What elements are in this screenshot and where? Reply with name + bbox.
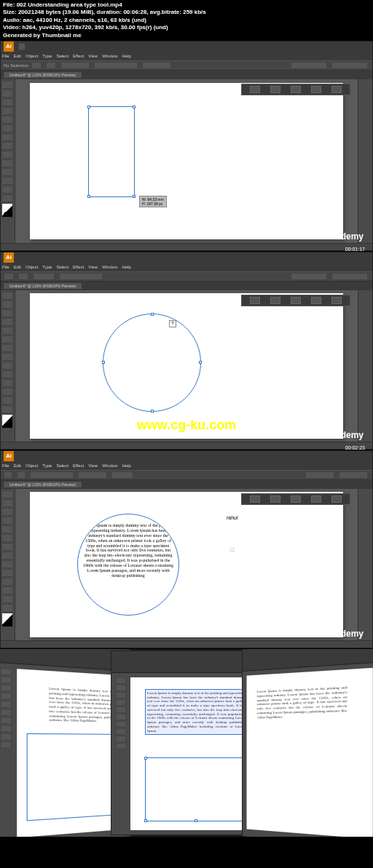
panel-icon[interactable] [291,495,301,503]
align-panel[interactable] [305,471,334,479]
rotate-tool-icon[interactable] [1,159,13,167]
pen-tool-icon[interactable] [1,98,13,106]
tool-icon[interactable] [116,699,126,706]
tool-icon[interactable] [116,706,126,713]
fill-stroke-swatch[interactable] [1,203,13,218]
document-tabs[interactable]: Untitled-6* @ 110% (RGB/GPU Preview) [1,480,372,489]
menu-help[interactable]: Help [122,463,131,468]
artboard[interactable]: W: 84.33 mm H: 197.38 px [30,83,343,239]
tool-icon[interactable] [0,692,12,700]
floating-panel[interactable] [241,295,350,306]
tool-icon[interactable] [0,717,12,724]
opacity-field[interactable] [59,273,103,280]
stroke-width-dropdown[interactable] [60,62,90,69]
tool-icon[interactable] [0,701,12,709]
tool-icon[interactable] [116,736,126,742]
fill-stroke-swatch[interactable] [1,414,13,429]
menu-window[interactable]: Window [102,54,117,58]
tool-icon[interactable] [116,721,126,728]
rect-outline[interactable] [27,733,117,821]
menu-help[interactable]: Help [122,54,131,58]
tool-icon[interactable] [116,743,126,749]
panel-icon[interactable] [331,297,342,304]
doc-tab[interactable]: Untitled-6* @ 110% (RGB/GPU Preview) [4,482,82,487]
handle-r[interactable] [199,361,202,364]
eyedropper-tool-icon[interactable] [1,397,13,405]
panel-icon[interactable] [250,86,260,93]
selection-tool-icon[interactable] [1,81,13,89]
handle-tl[interactable] [87,105,90,108]
text-label-rahul[interactable]: rahul [227,515,238,520]
menu-select[interactable]: Select [56,265,68,269]
tool-icon[interactable] [0,668,12,676]
scale-tool-icon[interactable] [1,379,13,387]
tool-icon[interactable] [0,684,12,692]
handle-bl[interactable] [87,195,90,198]
stroke-width-dropdown[interactable] [33,273,55,280]
drawn-circle[interactable] [103,314,201,412]
drawn-rectangle[interactable] [88,106,135,197]
pencil-tool-icon[interactable] [1,142,13,150]
lorem-text-selected[interactable]: Lorem Ipsum is simply dummy text of the … [145,689,247,736]
menu-select[interactable]: Select [56,463,68,468]
scale-tool-icon[interactable] [1,578,13,586]
left-toolbar[interactable] [1,79,15,243]
panel-icon[interactable] [270,297,280,304]
type-tool-icon[interactable] [1,318,13,326]
tool-icon[interactable] [0,733,12,741]
menu-bar[interactable]: File Edit Object Type Select Effect View… [1,263,372,271]
menu-bar[interactable]: File Edit Object Type Select Effect View… [1,52,372,60]
eraser-tool-icon[interactable] [1,362,13,370]
menu-help[interactable]: Help [122,265,131,269]
opacity-field[interactable] [142,62,171,69]
win-control-icon[interactable] [18,43,25,50]
pencil-tool-icon[interactable] [1,353,13,361]
panel-icon[interactable] [250,297,260,304]
panel-icon[interactable] [311,495,321,503]
menu-type[interactable]: Type [42,54,52,58]
handle[interactable] [144,757,147,760]
floating-panel[interactable] [241,84,350,95]
transform-panel[interactable] [339,471,368,479]
handle[interactable] [144,819,147,822]
right-panel[interactable] [358,79,372,243]
font-size-field[interactable] [111,471,133,479]
canvas-center[interactable]: Lorem Ipsum is simply dummy text of the … [130,677,251,830]
stroke-swatch[interactable] [17,471,25,479]
canvas-area[interactable]: W: 84.33 mm H: 197.38 px [15,79,358,243]
menu-effect[interactable]: Effect [73,54,84,58]
panel-icon[interactable] [270,86,280,93]
tool-icon[interactable] [116,677,126,684]
eyedropper-tool-icon[interactable] [1,595,13,603]
rect-tool-icon[interactable] [1,124,13,132]
panel-icon[interactable] [270,495,280,503]
panel-icon[interactable] [291,86,301,93]
pen-tool-icon[interactable] [1,309,13,317]
fill-swatch[interactable] [31,62,42,69]
handle[interactable] [195,819,197,822]
ellipse-tool-icon[interactable] [1,534,13,542]
menu-view[interactable]: View [88,54,98,58]
rotate-tool-icon[interactable] [1,569,13,577]
canvas-left[interactable]: Lorem Ipsum is simply dummy text of the … [17,669,126,837]
fill-stroke-swatch[interactable] [1,613,13,627]
menu-bar[interactable]: File Edit Object Type Select Effect View… [1,461,372,470]
direct-select-tool-icon[interactable] [1,300,13,308]
canvas-area[interactable]: Lorem Ipsum is simply dummy text of the … [15,489,358,640]
ellipse-tool-icon[interactable] [1,335,13,343]
left-toolbar[interactable] [1,489,15,640]
tool-icon[interactable] [116,692,126,698]
menu-type[interactable]: Type [42,463,52,468]
brush-tool-icon[interactable] [1,543,13,551]
tool-icon[interactable] [116,728,126,735]
menu-object[interactable]: Object [25,463,38,468]
handle-tr[interactable] [133,105,136,108]
menu-file[interactable]: File [2,265,9,269]
panel-icon[interactable] [331,495,342,503]
menu-file[interactable]: File [2,463,9,468]
menu-window[interactable]: Window [102,463,117,468]
panel-icon[interactable] [331,86,342,93]
tool-icon[interactable] [116,685,126,691]
canvas-area[interactable]: T www.cg-ku.com [15,290,358,442]
panel-icon[interactable] [250,495,260,503]
